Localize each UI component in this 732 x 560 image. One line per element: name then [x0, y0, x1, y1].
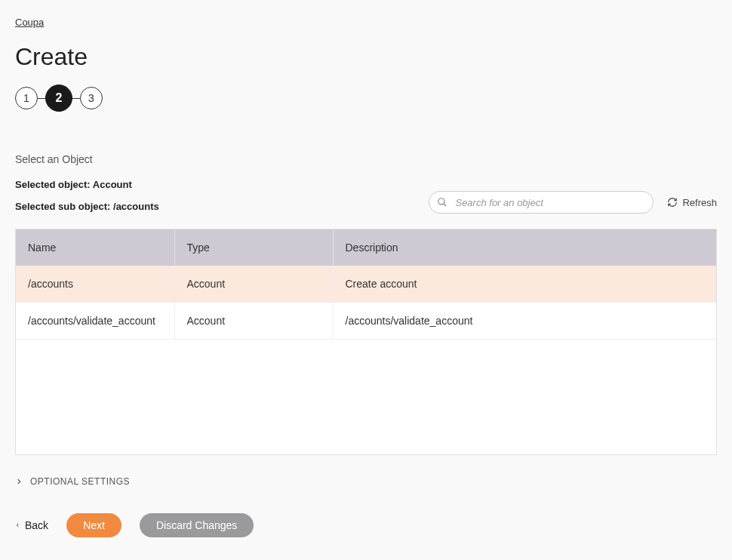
back-label: Back — [25, 519, 48, 531]
search-input[interactable] — [429, 191, 654, 214]
step-3[interactable]: 3 — [80, 87, 103, 109]
table-row[interactable]: /accounts Account Create account — [16, 266, 716, 303]
object-table: Name Type Description /accounts Account … — [16, 229, 716, 340]
step-connector — [72, 98, 80, 99]
col-header-description[interactable]: Description — [333, 229, 716, 266]
breadcrumb-coupa[interactable]: Coupa — [15, 17, 44, 28]
cell-description: /accounts/validate_account — [333, 303, 716, 340]
col-header-type[interactable]: Type — [174, 229, 333, 266]
selected-object: Selected object: Account — [15, 179, 717, 190]
search-icon — [437, 197, 448, 208]
chevron-right-icon — [15, 478, 23, 485]
refresh-label: Refresh — [682, 197, 717, 208]
step-2[interactable]: 2 — [45, 85, 72, 112]
cell-type: Account — [174, 303, 333, 340]
chevron-left-icon — [15, 522, 20, 529]
col-header-name[interactable]: Name — [16, 229, 174, 266]
back-button[interactable]: Back — [15, 519, 48, 531]
object-table-container: Name Type Description /accounts Account … — [15, 229, 717, 455]
next-button[interactable]: Next — [66, 513, 121, 537]
cell-description: Create account — [333, 266, 716, 303]
wizard-footer: Back Next Discard Changes — [15, 513, 717, 537]
discard-button[interactable]: Discard Changes — [140, 513, 254, 537]
cell-type: Account — [174, 266, 333, 303]
table-row[interactable]: /accounts/validate_account Account /acco… — [16, 303, 716, 340]
cell-name: /accounts — [16, 266, 174, 303]
optional-settings-toggle[interactable]: OPTIONAL SETTINGS — [15, 476, 717, 487]
step-1[interactable]: 1 — [15, 87, 38, 109]
page-title: Create — [15, 43, 717, 71]
section-label: Select an Object — [15, 153, 717, 165]
svg-point-0 — [438, 198, 444, 205]
wizard-stepper: 1 2 3 — [15, 85, 717, 112]
optional-settings-label: OPTIONAL SETTINGS — [30, 476, 130, 487]
refresh-button[interactable]: Refresh — [667, 197, 717, 208]
step-connector — [38, 98, 45, 99]
refresh-icon — [667, 197, 678, 208]
cell-name: /accounts/validate_account — [16, 303, 174, 340]
search-wrapper — [429, 191, 654, 214]
svg-line-1 — [444, 204, 447, 207]
